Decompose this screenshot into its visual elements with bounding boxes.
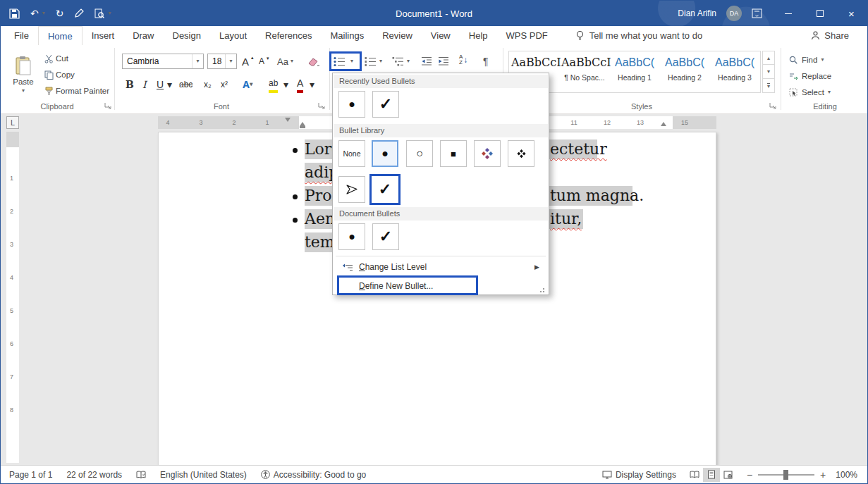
numbering-caret-icon[interactable]: ▾ <box>379 54 382 69</box>
library-bullet-disc[interactable]: ● <box>372 140 398 167</box>
sort-button[interactable]: A Z ↓ <box>459 52 467 68</box>
recent-bullet-check[interactable]: ✓ <box>372 91 399 118</box>
styles-dialog-launcher[interactable] <box>769 102 778 111</box>
font-size-combo[interactable]: 18 ▾ <box>207 54 237 69</box>
change-list-level-item[interactable]: Change List Level ▶ <box>334 258 548 275</box>
menu-resize-grip[interactable] <box>539 286 546 293</box>
doc-text[interactable]: tem <box>305 232 335 252</box>
print-preview-icon[interactable] <box>94 8 104 19</box>
minimize-button[interactable] <box>772 1 804 26</box>
pen-icon[interactable] <box>74 8 84 18</box>
zoom-out-button[interactable]: − <box>747 469 752 480</box>
library-bullet-clover[interactable] <box>474 140 501 167</box>
zoom-slider-thumb[interactable] <box>783 470 788 480</box>
ribbon-display-options-icon[interactable] <box>752 8 762 18</box>
document-bullet-disc[interactable]: ● <box>338 223 365 250</box>
tab-wps-pdf[interactable]: WPS PDF <box>497 26 557 45</box>
font-name-combo[interactable]: Cambria ▾ <box>122 54 204 69</box>
change-case-button[interactable]: Aa ▾ <box>277 54 293 69</box>
right-indent-marker[interactable] <box>661 122 666 126</box>
avatar[interactable]: DA <box>726 6 742 21</box>
zoom-slider[interactable] <box>758 474 814 476</box>
language-indicator[interactable]: English (United States) <box>160 470 247 480</box>
underline-caret-icon[interactable]: ▾ <box>167 76 172 93</box>
font-color-caret-icon[interactable]: ▾ <box>310 76 314 93</box>
library-bullet-circle[interactable]: ○ <box>406 140 433 167</box>
strikethrough-button[interactable]: abc <box>179 76 192 93</box>
font-color-button[interactable]: A <box>297 76 303 93</box>
tab-mailings[interactable]: Mailings <box>322 26 374 45</box>
define-new-bullet-item[interactable]: Define New Bullet... <box>334 277 548 294</box>
show-hide-pilcrow-button[interactable]: ¶ <box>483 54 489 69</box>
tab-references[interactable]: References <box>256 26 321 45</box>
tab-file[interactable]: File <box>5 26 38 45</box>
web-layout-button[interactable] <box>720 468 737 482</box>
doc-text[interactable]: tum magna. <box>550 186 644 206</box>
select-button[interactable]: Select ▾ <box>789 85 831 100</box>
doc-text[interactable]: itur, <box>550 209 582 229</box>
print-layout-button[interactable] <box>703 468 720 482</box>
multilevel-list-button[interactable] <box>392 54 404 69</box>
zoom-level[interactable]: 100% <box>836 470 857 480</box>
styles-scroll-down[interactable]: ▾ <box>762 65 775 79</box>
recent-bullet-disc[interactable]: ● <box>338 91 365 118</box>
copy-button[interactable]: Copy <box>44 67 75 82</box>
styles-more-button[interactable]: ▾ <box>762 79 775 93</box>
shrink-font-button[interactable]: A▾ <box>259 54 269 69</box>
decrease-indent-button[interactable] <box>421 54 432 69</box>
find-button[interactable]: Find ▾ <box>789 52 824 68</box>
redo-button[interactable]: ↻ <box>56 8 64 19</box>
read-mode-button[interactable] <box>686 468 703 482</box>
tab-review[interactable]: Review <box>373 26 422 45</box>
tab-stop-selector[interactable]: L <box>6 116 19 129</box>
numbering-button[interactable] <box>365 54 377 69</box>
library-bullet-square[interactable]: ■ <box>440 140 467 167</box>
library-bullet-diamonds[interactable] <box>508 140 534 167</box>
clipboard-dialog-launcher[interactable] <box>104 102 113 111</box>
multilevel-caret-icon[interactable]: ▾ <box>407 54 410 69</box>
increase-indent-button[interactable] <box>438 54 449 69</box>
styles-scroll-up[interactable]: ▴ <box>762 51 775 65</box>
share-button[interactable]: Share <box>811 26 867 45</box>
style-no-spacing[interactable]: AaBbCcI ¶ No Spac... <box>561 52 608 90</box>
library-bullet-arrow[interactable] <box>338 176 365 203</box>
style-heading3[interactable]: AaBbC( Heading 3 <box>711 52 758 90</box>
tab-home[interactable]: Home <box>38 26 82 45</box>
underline-button[interactable]: U <box>157 76 164 93</box>
left-indent-marker[interactable] <box>300 126 305 128</box>
undo-button[interactable]: ↶ <box>30 8 39 19</box>
display-settings-button[interactable]: Display Settings <box>602 470 676 480</box>
library-bullet-check-highlighted[interactable]: ✓ <box>369 174 401 205</box>
zoom-in-button[interactable]: + <box>820 469 826 480</box>
superscript-button[interactable]: x² <box>221 76 228 93</box>
accessibility-status[interactable]: Accessibility: Good to go <box>261 470 366 480</box>
close-button[interactable]: × <box>836 1 867 26</box>
highlight-color-button[interactable]: ab <box>269 76 278 93</box>
doc-text[interactable]: Aen <box>305 209 335 229</box>
word-count[interactable]: 22 of 22 words <box>66 470 122 480</box>
subscript-button[interactable]: x₂ <box>204 76 212 93</box>
cut-button[interactable]: Cut <box>44 51 68 66</box>
undo-caret-icon[interactable]: ▾ <box>42 11 45 16</box>
highlight-caret-icon[interactable]: ▾ <box>283 76 288 93</box>
page-indicator[interactable]: Page 1 of 1 <box>9 470 52 480</box>
text-effects-button[interactable]: A ▾ <box>243 76 252 93</box>
paste-button[interactable]: Paste ▾ <box>6 49 40 100</box>
maximize-button[interactable] <box>804 1 836 26</box>
style-heading2[interactable]: AaBbC( Heading 2 <box>661 52 708 90</box>
doc-text[interactable]: ectetur <box>550 139 607 159</box>
font-dialog-launcher[interactable] <box>318 102 326 111</box>
proofing-status[interactable] <box>136 471 146 479</box>
tab-draw[interactable]: Draw <box>123 26 163 45</box>
format-painter-button[interactable]: Format Painter <box>44 83 109 99</box>
italic-button[interactable]: I <box>142 76 147 93</box>
first-line-indent-marker[interactable] <box>285 118 291 122</box>
bold-button[interactable]: B <box>126 76 134 93</box>
library-bullet-none[interactable]: None <box>338 140 365 167</box>
save-icon[interactable] <box>9 8 20 19</box>
account-user-name[interactable]: Dian Arifin <box>678 8 716 18</box>
style-heading1[interactable]: AaBbC( Heading 1 <box>611 52 658 90</box>
replace-button[interactable]: Replace <box>789 68 831 84</box>
tab-layout[interactable]: Layout <box>210 26 256 45</box>
clear-formatting-button[interactable] <box>308 54 319 69</box>
